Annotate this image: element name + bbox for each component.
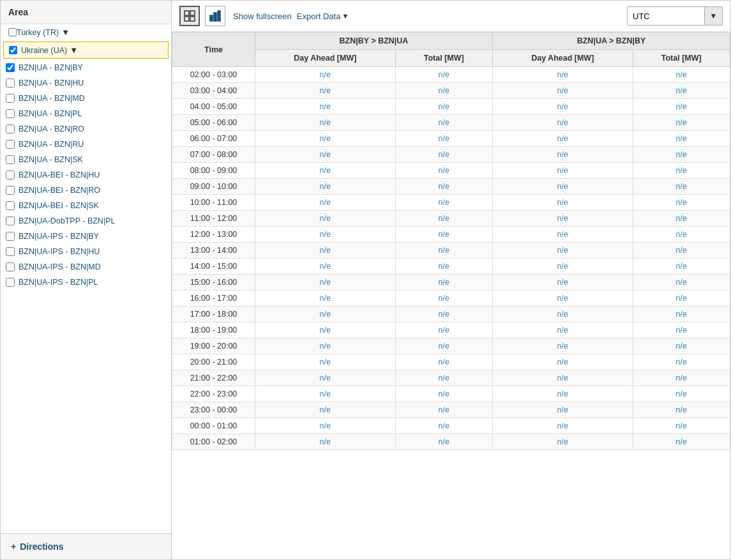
sidebar-item-bzn-ua-sk[interactable]: BZN|UA - BZN|SK xyxy=(1,152,171,167)
na-cell: n/e xyxy=(492,67,633,83)
table-row: 22:00 - 23:00n/en/en/en/e xyxy=(172,386,730,402)
sidebar-item-bzn-ua-ips-by[interactable]: BZN|UA-IPS - BZN|BY xyxy=(1,229,171,244)
sidebar-item-bzn-ua-bei-sk[interactable]: BZN|UA-BEI - BZN|SK xyxy=(1,198,171,213)
na-cell: n/e xyxy=(492,291,633,306)
g1-total-header: Total [MW] xyxy=(395,50,492,67)
label-bzn-ua-hu[interactable]: BZN|UA - BZN|HU xyxy=(19,79,84,87)
label-bzn-ua-bei-sk[interactable]: BZN|UA-BEI - BZN|SK xyxy=(19,201,99,210)
sidebar-item-bzn-ua-dobtpp-pl[interactable]: BZN|UA-DobTPP - BZN|PL xyxy=(1,213,171,229)
time-cell: 13:00 - 14:00 xyxy=(172,243,255,259)
na-cell: n/e xyxy=(255,195,396,211)
sidebar-scroll-area[interactable]: BZN|UA - BZN|BYBZN|UA - BZN|HUBZN|UA - B… xyxy=(1,60,171,430)
ukraine-checkbox[interactable] xyxy=(9,46,17,54)
label-bzn-ua-ips-by[interactable]: BZN|UA-IPS - BZN|BY xyxy=(19,232,99,241)
label-bzn-ua-dobtpp-pl[interactable]: BZN|UA-DobTPP - BZN|PL xyxy=(19,216,115,225)
checkbox-bzn-ua-pl[interactable] xyxy=(6,109,15,118)
time-cell: 21:00 - 22:00 xyxy=(172,370,255,386)
checkbox-bzn-ua-by[interactable] xyxy=(6,63,15,72)
utc-select[interactable]: ▼ xyxy=(627,6,723,26)
sidebar-item-bzn-ua-md[interactable]: BZN|UA - BZN|MD xyxy=(1,91,171,106)
label-bzn-ua-md[interactable]: BZN|UA - BZN|MD xyxy=(19,94,85,103)
label-bzn-ua-ips-hu[interactable]: BZN|UA-IPS - BZN|HU xyxy=(19,247,100,256)
show-fullscreen-link[interactable]: Show fullscreen xyxy=(233,11,292,21)
table-row: 13:00 - 14:00n/en/en/en/e xyxy=(172,243,730,259)
na-cell: n/e xyxy=(395,131,492,147)
label-bzn-ua-bei-ro[interactable]: BZN|UA-BEI - BZN|RO xyxy=(19,186,100,195)
table-row: 08:00 - 09:00n/en/en/en/e xyxy=(172,163,730,179)
sidebar-item-bzn-ua-bei-ro[interactable]: BZN|UA-BEI - BZN|RO xyxy=(1,183,171,198)
na-cell: n/e xyxy=(633,306,730,322)
checkbox-bzn-ua-ru[interactable] xyxy=(6,140,15,149)
grid-view-button[interactable] xyxy=(179,6,200,26)
checkbox-bzn-ua-sk[interactable] xyxy=(6,155,15,164)
sidebar-item-bzn-ua-bei-hu[interactable]: BZN|UA-BEI - BZN|HU xyxy=(1,167,171,183)
na-cell: n/e xyxy=(492,195,633,211)
turkey-checkbox[interactable] xyxy=(8,28,17,36)
label-bzn-ua-pl[interactable]: BZN|UA - BZN|PL xyxy=(19,109,82,118)
turkey-label[interactable]: Turkey (TR) xyxy=(17,28,59,37)
time-cell: 06:00 - 07:00 xyxy=(172,131,255,147)
checkbox-bzn-ua-md[interactable] xyxy=(6,94,15,103)
checkbox-bzn-ua-ips-by[interactable] xyxy=(6,232,15,241)
sidebar-item-bzn-ua-ru[interactable]: BZN|UA - BZN|RU xyxy=(1,137,171,152)
sidebar-item-bzn-ua-ro[interactable]: BZN|UA - BZN|RO xyxy=(1,121,171,137)
ukraine-item[interactable]: Ukraine (UA) ▼ xyxy=(3,42,169,59)
time-cell: 16:00 - 17:00 xyxy=(172,291,255,306)
chart-view-button[interactable] xyxy=(205,6,225,26)
sidebar-item-bzn-ua-ips-pl[interactable]: BZN|UA-IPS - BZN|PL xyxy=(1,275,171,290)
ukraine-label[interactable]: Ukraine (UA) xyxy=(21,46,67,55)
time-cell: 04:00 - 05:00 xyxy=(172,99,255,115)
checkbox-bzn-ua-hu[interactable] xyxy=(6,79,15,87)
ukraine-dropdown-icon[interactable]: ▼ xyxy=(70,45,78,55)
label-bzn-ua-ips-md[interactable]: BZN|UA-IPS - BZN|MD xyxy=(19,262,101,271)
sidebar-item-bzn-ua-hu[interactable]: BZN|UA - BZN|HU xyxy=(1,75,171,91)
na-cell: n/e xyxy=(395,259,492,275)
na-cell: n/e xyxy=(255,179,396,195)
na-cell: n/e xyxy=(395,370,492,386)
turkey-dropdown-icon[interactable]: ▼ xyxy=(61,27,70,37)
sidebar-item-bzn-ua-ips-md[interactable]: BZN|UA-IPS - BZN|MD xyxy=(1,259,171,275)
label-bzn-ua-by[interactable]: BZN|UA - BZN|BY xyxy=(19,63,83,72)
table-row: 07:00 - 08:00n/en/en/en/e xyxy=(172,147,730,163)
directions-button[interactable]: +Directions xyxy=(11,541,64,552)
grid-icon xyxy=(184,10,195,22)
table-row: 04:00 - 05:00n/en/en/en/e xyxy=(172,99,730,115)
label-bzn-ua-ro[interactable]: BZN|UA - BZN|RO xyxy=(19,125,84,133)
na-cell: n/e xyxy=(492,434,633,450)
checkbox-bzn-ua-bei-hu[interactable] xyxy=(6,170,15,179)
time-header: Time xyxy=(172,33,255,67)
na-cell: n/e xyxy=(633,243,730,259)
turkey-item[interactable]: Turkey (TR) ▼ xyxy=(1,24,171,40)
na-cell: n/e xyxy=(255,163,396,179)
sidebar-item-bzn-ua-pl[interactable]: BZN|UA - BZN|PL xyxy=(1,106,171,121)
na-cell: n/e xyxy=(633,322,730,338)
na-cell: n/e xyxy=(395,147,492,163)
na-cell: n/e xyxy=(492,370,633,386)
checkbox-bzn-ua-ips-pl[interactable] xyxy=(6,278,15,287)
na-cell: n/e xyxy=(395,434,492,450)
sidebar-item-bzn-ua-ips-hu[interactable]: BZN|UA-IPS - BZN|HU xyxy=(1,244,171,259)
checkbox-bzn-ua-bei-ro[interactable] xyxy=(6,186,15,195)
checkbox-bzn-ua-dobtpp-pl[interactable] xyxy=(6,216,15,225)
sidebar-item-bzn-ua-by[interactable]: BZN|UA - BZN|BY xyxy=(1,60,171,75)
time-cell: 17:00 - 18:00 xyxy=(172,306,255,322)
label-bzn-ua-ips-pl[interactable]: BZN|UA-IPS - BZN|PL xyxy=(19,278,98,287)
label-bzn-ua-sk[interactable]: BZN|UA - BZN|SK xyxy=(19,155,83,164)
label-bzn-ua-bei-hu[interactable]: BZN|UA-BEI - BZN|HU xyxy=(19,170,100,179)
utc-input[interactable] xyxy=(628,9,704,24)
table-row: 01:00 - 02:00n/en/en/en/e xyxy=(172,434,730,450)
time-cell: 23:00 - 00:00 xyxy=(172,402,255,418)
export-data-button[interactable]: Export Data ▼ xyxy=(297,11,349,21)
checkbox-bzn-ua-ips-hu[interactable] xyxy=(6,247,15,256)
utc-dropdown-button[interactable]: ▼ xyxy=(704,7,722,25)
time-cell: 03:00 - 04:00 xyxy=(172,83,255,99)
na-cell: n/e xyxy=(395,211,492,227)
checkbox-bzn-ua-ips-md[interactable] xyxy=(6,262,15,271)
directions-plus-icon: + xyxy=(11,541,16,552)
checkbox-bzn-ua-ro[interactable] xyxy=(6,125,15,133)
checkbox-bzn-ua-bei-sk[interactable] xyxy=(6,201,15,210)
na-cell: n/e xyxy=(255,354,396,370)
na-cell: n/e xyxy=(395,179,492,195)
label-bzn-ua-ru[interactable]: BZN|UA - BZN|RU xyxy=(19,140,84,149)
data-table-container[interactable]: Time BZN|BY > BZN|UA BZN|UA > BZN|BY Day… xyxy=(172,32,730,559)
